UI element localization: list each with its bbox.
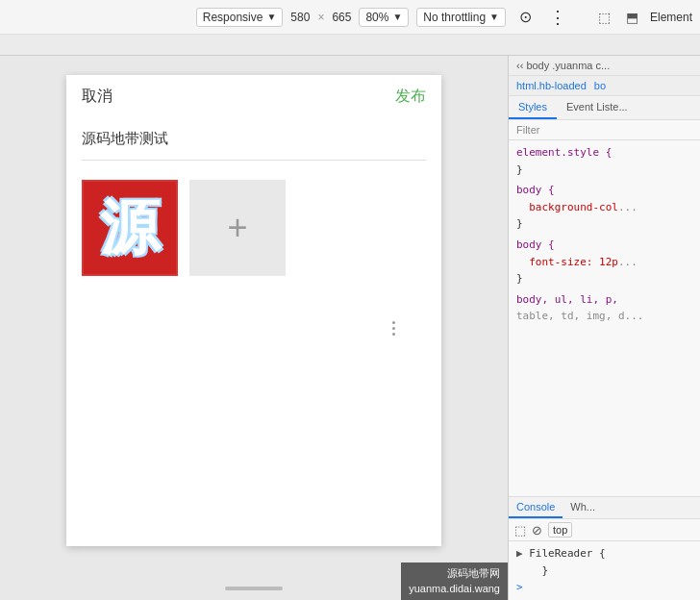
css-brace: } [516,163,523,176]
console-text-2: } [542,564,549,577]
zoom-label: 80% [365,11,388,24]
css-rule-body1: body { background-col... } [509,180,700,235]
resize-dot [392,321,395,324]
tab-styles[interactable]: Styles [509,96,557,119]
resize-dot [392,333,395,336]
console-toolbar: ⬚ ⊘ top [509,519,700,541]
bottom-bar [225,587,283,590]
yuan-character: 源 [100,198,160,258]
resize-handle[interactable] [390,309,396,347]
publish-button[interactable]: 发布 [395,87,426,107]
console-line-1: ▶ FileReader { [516,545,692,562]
console-line-2: } [516,562,692,580]
throttling-selector[interactable]: No throttling ▼ [416,8,506,27]
network-icon-btn[interactable]: ⊙ [513,6,538,28]
inspect-icon[interactable]: ⬚ [594,8,614,27]
device-icon[interactable]: ⬒ [622,8,642,27]
css-selector-body2: body { [516,238,555,251]
height-value[interactable]: 665 [332,11,351,24]
resize-dots [392,321,395,336]
dimension-separator: × [317,11,324,24]
responsive-chevron: ▼ [266,12,276,22]
phone-frame: 取消 发布 源码地带测试 源 + [66,75,441,546]
css-brace3: } [516,272,523,285]
main-area: 取消 发布 源码地带测试 源 + [0,56,700,600]
tab-console[interactable]: Console [509,497,562,518]
console-no-icon[interactable]: ⊘ [532,523,542,538]
watermark-line2: yuanma.didai.wang [409,582,500,596]
console-line-3: > [516,579,692,596]
throttling-label: No throttling [423,11,486,24]
css-selector-truncated: table, td, img, d... [516,310,643,322]
tab-strip [0,35,700,56]
resize-dot [392,327,395,330]
watermark: 源码地带网 yuanma.didai.wang [401,562,508,600]
cancel-button[interactable]: 取消 [82,87,112,107]
breadcrumb-text: ‹‹ body .yuanma c... [516,60,610,71]
devtools-breadcrumb: ‹‹ body .yuanma c... [509,56,700,76]
image-thumbnail[interactable]: 源 [82,180,178,276]
console-top-label: top [548,522,572,538]
file-label[interactable]: html.hb-loaded [516,80,587,91]
console-prompt[interactable]: > [516,581,523,593]
devtools-panel: ‹‹ body .yuanma c... html.hb-loaded bo S… [508,56,700,600]
css-truncated2: ... [618,256,638,268]
css-truncated: ... [618,201,638,213]
browser-toolbar: Responsive ▼ 580 × 665 80% ▼ No throttli… [0,0,700,35]
css-rule-body2: body { font-size: 12p... } [509,235,700,289]
console-output: ▶ FileReader { } > [509,541,700,600]
more-options-button[interactable]: ⋮ [545,7,571,28]
watermark-line1: 源码地带网 [409,566,500,581]
css-rules-panel: element.style { } body { background-col.… [509,140,700,496]
throttling-chevron: ▼ [489,12,499,22]
css-property-bg: background-col... [529,201,638,213]
css-rule-body-list: body, ul, li, p, table, td, img, d... [509,289,700,327]
responsive-label: Responsive [203,11,263,24]
responsive-selector[interactable]: Responsive ▼ [196,8,284,27]
css-brace2: } [516,217,523,230]
image-inner: 源 [84,182,176,274]
zoom-selector[interactable]: 80% ▼ [359,8,409,27]
tab-event-listener[interactable]: Event Liste... [557,96,638,119]
console-block-icon[interactable]: ⬚ [514,523,526,538]
css-selector-element: element.style { [516,146,612,159]
phone-title: 源码地带测试 [66,118,441,156]
css-property-font: font-size: 12p... [529,256,638,268]
css-selector-list: body, ul, li, p, [516,293,618,306]
preview-area: 取消 发布 源码地带测试 源 + [0,56,508,600]
plus-icon: + [227,211,247,245]
image-gallery: 源 + [66,164,441,291]
devtools-top-icons: ⬚ ⬒ Element [594,8,692,27]
zoom-chevron: ▼ [392,12,402,22]
content-divider [82,160,426,161]
console-tabs: Console Wh... [509,497,700,519]
devtools-bottom: Console Wh... ⬚ ⊘ top ▶ FileReader { } [509,496,700,600]
console-text-1: FileReader { [529,547,605,560]
css-filter[interactable]: Filter [509,120,700,140]
tab-wh[interactable]: Wh... [562,497,603,518]
add-image-button[interactable]: + [189,180,286,276]
element-label: Element [650,11,692,24]
tab-body-label[interactable]: bo [594,80,606,91]
devtools-file-header: html.hb-loaded bo [509,76,700,96]
css-rule-element: element.style { } [509,142,700,180]
devtools-tabs: Styles Event Liste... [509,96,700,120]
expand-arrow[interactable]: ▶ [516,547,523,560]
phone-header: 取消 发布 [66,75,441,118]
width-value[interactable]: 580 [290,11,310,24]
css-selector-body1: body { [516,184,555,196]
